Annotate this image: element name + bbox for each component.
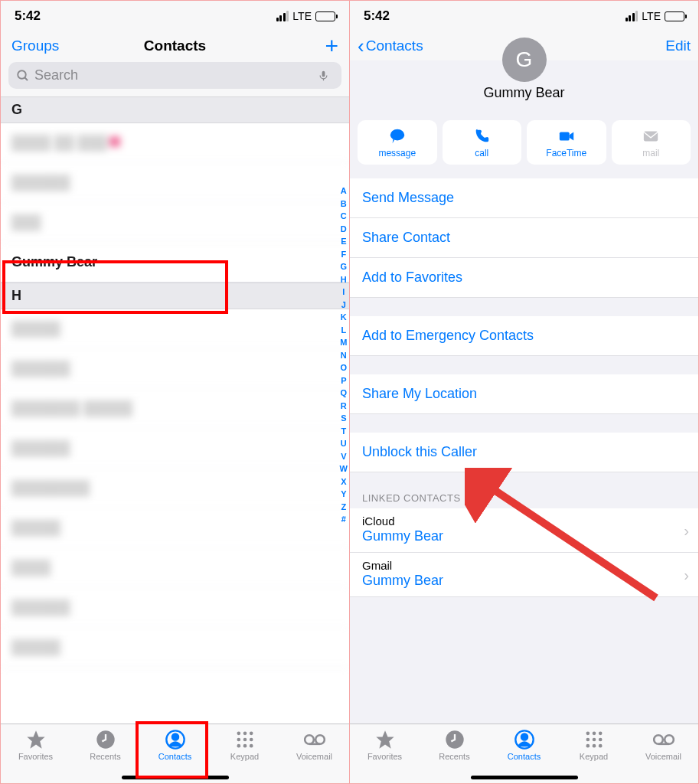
- signal-icon: [276, 11, 289, 21]
- unblock-caller-cell[interactable]: Unblock this Caller: [350, 433, 698, 472]
- tab-recents[interactable]: Recents: [420, 729, 489, 761]
- svg-marker-4: [27, 730, 44, 748]
- svg-point-30: [586, 732, 590, 736]
- call-button[interactable]: call: [443, 120, 522, 165]
- list-item[interactable]: ████████: [1, 469, 349, 508]
- svg-point-38: [598, 744, 602, 748]
- list-item[interactable]: ██████: [1, 429, 349, 469]
- tab-bar: Favorites Recents Contacts Keypad Voicem…: [350, 724, 698, 783]
- time: 5:42: [15, 8, 41, 24]
- svg-marker-22: [569, 132, 573, 141]
- list-item[interactable]: ████ ██ ███: [1, 123, 349, 163]
- edit-button[interactable]: Edit: [665, 38, 691, 54]
- search-input[interactable]: Search: [8, 62, 341, 89]
- tab-recents[interactable]: Recents: [70, 729, 140, 761]
- contact-header: G Gummy Bear: [483, 38, 564, 101]
- search-placeholder: Search: [34, 67, 78, 83]
- svg-point-29: [521, 733, 527, 740]
- status-bar: 5:42 LTE: [350, 1, 698, 31]
- video-icon: [557, 128, 577, 145]
- index-strip[interactable]: ABCDEFGHIJKLMNOPQRSTUVWXYZ#: [340, 185, 348, 526]
- search-icon: [16, 69, 30, 83]
- list-item[interactable]: ██████: [1, 163, 349, 203]
- send-message-cell[interactable]: Send Message: [350, 178, 698, 218]
- chevron-right-icon: ›: [684, 521, 689, 539]
- mic-icon[interactable]: [318, 68, 329, 83]
- linked-name: Gummy Bear: [362, 528, 686, 544]
- chevron-left-icon: ‹: [358, 39, 364, 53]
- tab-contacts[interactable]: Contacts: [489, 729, 559, 761]
- add-contact-button[interactable]: +: [285, 38, 338, 54]
- add-emergency-cell[interactable]: Add to Emergency Contacts: [350, 316, 698, 356]
- annotation-highlight-contact: [2, 260, 228, 314]
- voicemail-icon: [653, 729, 675, 750]
- list-item[interactable]: ███: [1, 203, 349, 243]
- svg-rect-21: [560, 132, 570, 141]
- list-item[interactable]: █████: [1, 628, 349, 668]
- list-item[interactable]: ███████ █████: [1, 389, 349, 429]
- mail-button: mail: [612, 120, 691, 165]
- status-bar: 5:42 LTE: [1, 1, 349, 31]
- page-title: Contacts: [65, 38, 285, 54]
- contact-icon: [514, 729, 535, 750]
- share-contact-cell[interactable]: Share Contact: [350, 218, 698, 258]
- signal-icon: [626, 11, 639, 21]
- keypad-icon: [583, 729, 605, 750]
- tab-keypad[interactable]: Keypad: [210, 729, 279, 761]
- svg-point-10: [249, 732, 253, 736]
- list-item[interactable]: ██████: [1, 349, 349, 389]
- add-favorites-cell[interactable]: Add to Favorites: [350, 258, 698, 298]
- svg-point-31: [592, 732, 596, 736]
- svg-point-9: [243, 732, 247, 736]
- action-row: message call FaceTime mail: [350, 120, 698, 165]
- svg-point-15: [243, 744, 247, 748]
- groups-button[interactable]: Groups: [11, 38, 65, 54]
- tab-voicemail[interactable]: Voicemail: [629, 729, 698, 761]
- share-location-cell[interactable]: Share My Location: [350, 374, 698, 414]
- svg-point-12: [243, 738, 247, 742]
- contacts-list-h[interactable]: █████ ██████ ███████ █████ ██████ ██████…: [1, 309, 349, 724]
- svg-point-17: [305, 735, 314, 744]
- contact-detail-pane: 5:42 LTE ‹Contacts Edit G Gummy Bear mes…: [349, 1, 698, 783]
- home-indicator[interactable]: [471, 776, 578, 779]
- star-icon: [374, 729, 396, 750]
- linked-contacts-header: LINKED CONTACTS: [350, 472, 698, 508]
- contacts-list-pane: 5:42 LTE Groups Contacts + Search G ████…: [1, 1, 349, 783]
- back-button[interactable]: ‹Contacts: [358, 38, 423, 54]
- svg-point-37: [592, 744, 596, 748]
- svg-marker-26: [376, 730, 394, 748]
- svg-point-11: [237, 738, 240, 742]
- section-header-g: G: [1, 96, 349, 123]
- contact-name: Gummy Bear: [483, 85, 564, 101]
- svg-point-13: [249, 738, 253, 742]
- svg-point-0: [18, 70, 26, 79]
- linked-contact-row[interactable]: Gmail Gummy Bear ›: [350, 553, 698, 597]
- list-item[interactable]: █████: [1, 508, 349, 548]
- svg-point-16: [249, 744, 253, 748]
- network-label: LTE: [642, 10, 661, 22]
- list-item[interactable]: █████: [1, 309, 349, 349]
- svg-point-39: [654, 735, 663, 744]
- message-button[interactable]: message: [358, 120, 437, 165]
- svg-point-40: [665, 735, 674, 744]
- time: 5:42: [364, 8, 390, 24]
- nav-bar: Groups Contacts +: [1, 31, 349, 59]
- star-icon: [25, 729, 47, 750]
- contacts-list[interactable]: ████ ██ ███ ██████ ███ Gummy Bear: [1, 123, 349, 283]
- voicemail-icon: [304, 729, 325, 750]
- battery-icon: [315, 11, 335, 21]
- svg-point-33: [586, 738, 590, 742]
- facetime-button[interactable]: FaceTime: [527, 120, 606, 165]
- list-item[interactable]: ████: [1, 548, 349, 588]
- linked-contact-row[interactable]: iCloud Gummy Bear ›: [350, 508, 698, 553]
- tab-favorites[interactable]: Favorites: [1, 729, 70, 761]
- tab-favorites[interactable]: Favorites: [350, 729, 420, 761]
- annotation-highlight-tab: [136, 721, 208, 779]
- svg-point-35: [598, 738, 602, 742]
- tab-keypad[interactable]: Keypad: [559, 729, 629, 761]
- tab-voicemail[interactable]: Voicemail: [279, 729, 349, 761]
- svg-line-1: [24, 77, 28, 80]
- battery-icon: [665, 11, 684, 21]
- svg-point-34: [592, 738, 596, 742]
- list-item[interactable]: ██████: [1, 588, 349, 628]
